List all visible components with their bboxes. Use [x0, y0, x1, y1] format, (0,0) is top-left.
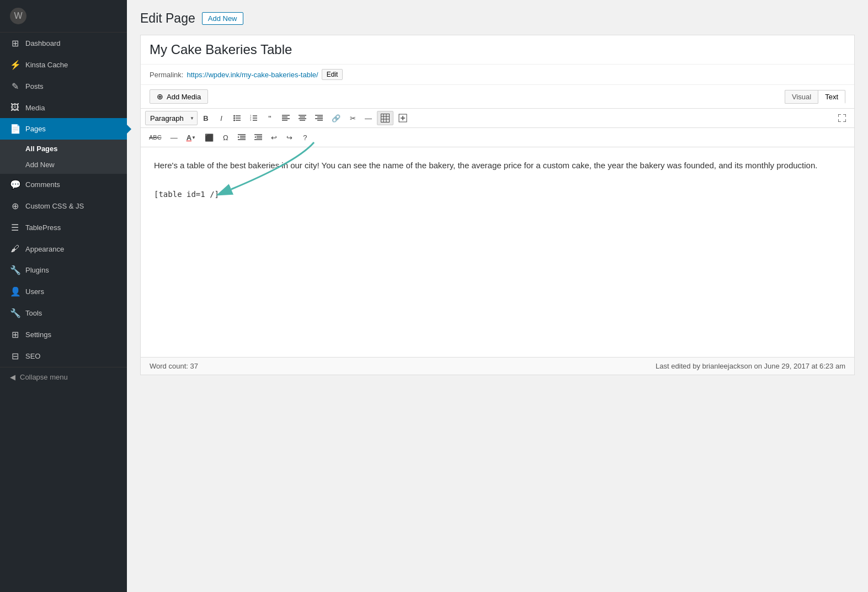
align-right-icon: [315, 114, 323, 122]
add-new-button[interactable]: Add New: [202, 12, 243, 25]
sidebar: W ⊞ Dashboard ⚡ Kinsta Cache ✎ Posts 🖼 M…: [0, 0, 127, 592]
sidebar-sub-add-new[interactable]: Add New: [0, 157, 127, 173]
sidebar-item-label: SEO: [25, 352, 40, 360]
ordered-list-button[interactable]: 123: [246, 111, 262, 125]
permalink-edit-button[interactable]: Edit: [322, 69, 343, 80]
undo-button[interactable]: ↩: [267, 130, 281, 145]
align-center-icon: [299, 114, 306, 122]
permalink-bar: Permalink: https://wpdev.ink/my-cake-bak…: [141, 65, 854, 85]
shortcode: [table id=1 /]: [154, 188, 219, 201]
svg-rect-24: [381, 114, 390, 122]
paragraph-select[interactable]: Paragraph: [145, 111, 198, 125]
sidebar-item-label: Kinsta Cache: [25, 61, 68, 69]
posts-icon: ✎: [10, 81, 20, 92]
tools-icon: 🔧: [10, 308, 20, 318]
insert-icon: [398, 114, 407, 122]
media-icon: 🖼: [10, 103, 20, 113]
editor-content-area[interactable]: Here's a table of the best bakeries in o…: [141, 147, 854, 357]
page-title: Edit Page: [140, 11, 195, 26]
unordered-list-button[interactable]: [230, 111, 245, 125]
strikethrough-button[interactable]: ABC: [145, 130, 166, 145]
media-bar: ⊕ Add Media Visual Text: [141, 85, 854, 109]
collapse-icon: ◀: [10, 373, 15, 381]
sidebar-item-users[interactable]: 👤 Users: [0, 281, 127, 302]
main-content: Edit Page Add New Permalink: https://wpd…: [127, 0, 868, 592]
comments-icon: 💬: [10, 179, 20, 190]
sidebar-item-seo[interactable]: ⊟ SEO: [0, 345, 127, 367]
sidebar-item-settings[interactable]: ⊞ Settings: [0, 324, 127, 345]
align-right-button[interactable]: [311, 111, 327, 125]
svg-point-4: [233, 118, 235, 119]
sidebar-item-plugins[interactable]: 🔧 Plugins: [0, 259, 127, 281]
tab-visual[interactable]: Visual: [785, 90, 818, 104]
hr-button[interactable]: —: [361, 111, 376, 125]
editor-footer: Word count: 37 Last edited by brianleeja…: [141, 357, 854, 375]
pages-submenu: All Pages Add New: [0, 140, 127, 174]
indent-button[interactable]: [234, 130, 249, 145]
plugins-icon: 🔧: [10, 265, 20, 275]
last-edited: Last edited by brianleejackson on June 2…: [656, 362, 845, 370]
paste-word-button[interactable]: ⬛: [201, 130, 217, 145]
help-button[interactable]: ?: [298, 130, 312, 145]
outdent-icon: [254, 134, 262, 141]
wp-logo-icon: W: [10, 8, 26, 24]
settings-icon: ⊞: [10, 329, 20, 340]
sidebar-item-posts[interactable]: ✎ Posts: [0, 76, 127, 97]
tab-text[interactable]: Text: [818, 90, 845, 104]
font-color-button[interactable]: A ▼: [183, 130, 200, 145]
ordered-list-icon: 123: [250, 114, 258, 122]
align-center-button[interactable]: [295, 111, 310, 125]
sidebar-item-tools[interactable]: 🔧 Tools: [0, 302, 127, 324]
sidebar-item-dashboard[interactable]: ⊞ Dashboard: [0, 33, 127, 54]
sidebar-item-label: Settings: [25, 330, 51, 339]
insert-button[interactable]: [395, 111, 411, 125]
align-left-icon: [282, 114, 290, 122]
unordered-list-icon: [233, 114, 241, 122]
sidebar-item-custom-css[interactable]: ⊕ Custom CSS & JS: [0, 195, 127, 217]
permalink-url[interactable]: https://wpdev.ink/my-cake-bakeries-table…: [187, 71, 318, 79]
bold-button[interactable]: B: [199, 111, 213, 125]
sidebar-item-comments[interactable]: 💬 Comments: [0, 174, 127, 195]
svg-point-5: [233, 120, 235, 121]
blockquote-button[interactable]: ": [263, 111, 277, 125]
sidebar-item-label: Appearance: [25, 245, 64, 253]
sidebar-item-pages[interactable]: 📄 Pages: [0, 118, 127, 140]
add-media-label: Add Media: [167, 93, 201, 101]
users-icon: 👤: [10, 286, 20, 297]
special-chars-button[interactable]: Ω: [219, 130, 233, 145]
toolbar-row-2: ABC — A ▼ ⬛ Ω ↩ ↪ ?: [141, 128, 854, 147]
sidebar-item-appearance[interactable]: 🖌 Appearance: [0, 238, 127, 259]
align-left-button[interactable]: [278, 111, 294, 125]
unlink-button[interactable]: ✂: [345, 111, 360, 125]
dashboard-icon: ⊞: [10, 38, 20, 49]
italic-button[interactable]: I: [214, 111, 228, 125]
redo-button[interactable]: ↪: [283, 130, 297, 145]
add-media-button[interactable]: ⊕ Add Media: [150, 89, 208, 104]
page-title-input[interactable]: [141, 35, 854, 65]
sidebar-item-media[interactable]: 🖼 Media: [0, 97, 127, 118]
table-button[interactable]: [377, 111, 393, 125]
visual-text-tabs: Visual Text: [785, 90, 845, 104]
font-color-a: A: [187, 134, 191, 142]
horizontal-rule-button[interactable]: —: [167, 130, 182, 145]
paragraph-select-wrapper: Paragraph: [145, 111, 198, 125]
editor-container: Permalink: https://wpdev.ink/my-cake-bak…: [140, 35, 855, 375]
permalink-label: Permalink:: [150, 71, 183, 79]
media-add-icon: ⊕: [157, 92, 163, 101]
sidebar-item-kinsta-cache[interactable]: ⚡ Kinsta Cache: [0, 54, 127, 76]
fullscreen-button[interactable]: [834, 111, 850, 125]
toolbar-row-1: Paragraph B I 123 " 🔗 ✂ —: [141, 109, 854, 128]
css-icon: ⊕: [10, 201, 20, 211]
editor-paragraph: Here's a table of the best bakeries in o…: [154, 158, 841, 173]
seo-icon: ⊟: [10, 351, 20, 361]
sidebar-item-label: Dashboard: [25, 39, 61, 47]
pages-arrow: [127, 125, 131, 134]
sidebar-sub-all-pages[interactable]: All Pages: [0, 141, 127, 157]
collapse-menu-button[interactable]: ◀ Collapse menu: [0, 367, 127, 387]
outdent-button[interactable]: [251, 130, 266, 145]
sidebar-item-tablepress[interactable]: ☰ TablePress: [0, 217, 127, 238]
word-count-area: Word count: 37: [150, 362, 198, 370]
link-button[interactable]: 🔗: [328, 111, 344, 125]
sidebar-item-label: Media: [25, 104, 45, 112]
page-header: Edit Page Add New: [140, 11, 855, 26]
